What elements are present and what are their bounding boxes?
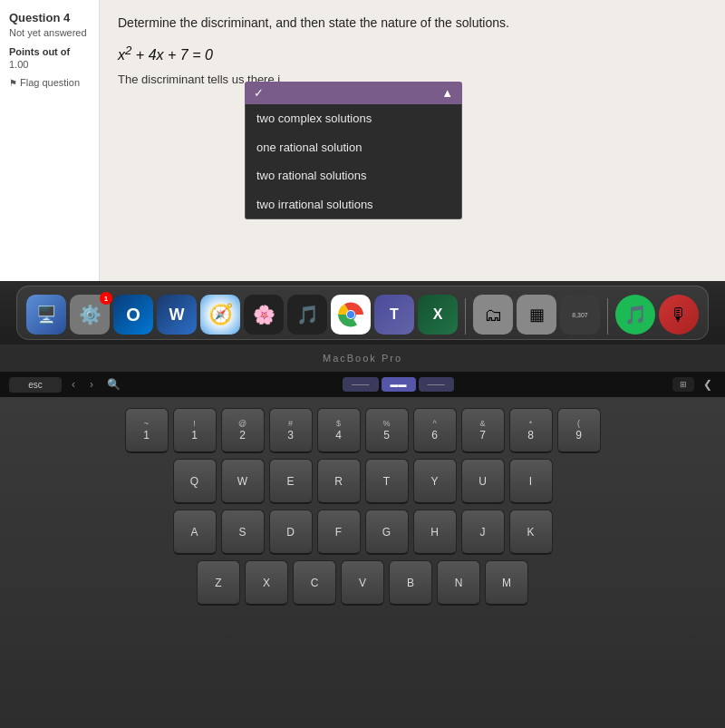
key-t[interactable]: T <box>365 459 409 504</box>
back-button[interactable]: ‹ <box>67 376 80 393</box>
forward-button[interactable]: › <box>85 376 98 393</box>
dropdown-selected[interactable]: ✓ ▲ <box>245 82 462 104</box>
keyboard: ~1 !1 @2 #3 $4 %5 ^6 &7 *8 (9 Q W E R T … <box>0 397 725 728</box>
dock-grid[interactable]: ▦ <box>517 295 556 335</box>
key-r[interactable]: R <box>317 459 361 504</box>
macbook-label-bar: MacBook Pro <box>0 345 725 372</box>
question-label: Question 4 <box>9 11 90 24</box>
key-percent[interactable]: %5 <box>365 408 409 453</box>
touch-pill-3[interactable]: ─── <box>419 377 454 392</box>
key-z[interactable]: Z <box>197 560 240 606</box>
key-n[interactable]: N <box>437 560 480 606</box>
counter-value: 8,307 <box>572 312 588 318</box>
key-d[interactable]: D <box>269 510 313 555</box>
touch-pill-2[interactable]: ▬▬ <box>382 377 416 392</box>
dock-spotify[interactable]: 🎵 <box>615 295 655 335</box>
key-asterisk[interactable]: *8 <box>509 408 553 453</box>
key-hash[interactable]: #3 <box>269 408 313 453</box>
touch-bar-controls: ─── ▬▬ ─── <box>343 377 453 392</box>
points-label: Points out of <box>9 46 90 57</box>
quiz-area: Question 4 Not yet answered Points out o… <box>0 0 725 281</box>
option-two-rational[interactable]: two rational solutions <box>246 161 461 190</box>
answer-dropdown[interactable]: ✓ ▲ two complex solutions one rational s… <box>245 82 462 219</box>
key-lparen[interactable]: (9 <box>557 408 601 453</box>
dock-outlook[interactable]: O <box>113 295 153 335</box>
number-row: ~1 !1 @2 #3 $4 %5 ^6 &7 *8 (9 <box>9 408 716 453</box>
key-dollar[interactable]: $4 <box>317 408 361 453</box>
system-prefs-badge: 1 <box>100 292 112 305</box>
key-i[interactable]: I <box>509 459 553 504</box>
key-e[interactable]: E <box>269 459 313 504</box>
search-icon[interactable]: 🔍 <box>103 376 124 393</box>
key-f[interactable]: F <box>317 510 361 555</box>
key-k[interactable]: K <box>509 510 553 555</box>
dock-excel[interactable]: X <box>418 295 458 335</box>
quiz-sidebar: Question 4 Not yet answered Points out o… <box>0 0 100 281</box>
key-g[interactable]: G <box>365 510 409 555</box>
question-status: Not yet answered <box>9 26 90 39</box>
dock: 🖥️ ⚙️ 1 O W 🧭 🌸 🎵 T <box>16 286 709 340</box>
key-at[interactable]: @2 <box>221 408 265 453</box>
key-h[interactable]: H <box>413 510 457 555</box>
macbook-label: MacBook Pro <box>323 353 402 364</box>
touch-bar-end-icon: ❮ <box>700 376 716 393</box>
quiz-main: Determine the discriminant, and then sta… <box>100 0 725 281</box>
flag-icon: ⚑ <box>9 78 17 88</box>
dropdown-arrow-icon: ▲ <box>441 86 453 100</box>
key-m[interactable]: M <box>485 560 528 606</box>
check-icon: ✓ <box>254 86 264 100</box>
key-y[interactable]: Y <box>413 459 457 504</box>
svg-point-3 <box>347 311 354 318</box>
dock-separator-2 <box>607 298 608 335</box>
asdf-row: A S D F G H J K <box>9 510 716 555</box>
key-v[interactable]: V <box>341 560 384 606</box>
dock-podcast[interactable]: 🎙 <box>659 295 699 335</box>
key-caret[interactable]: ^6 <box>413 408 457 453</box>
dock-word[interactable]: W <box>157 295 197 335</box>
screen: Question 4 Not yet answered Points out o… <box>0 0 725 281</box>
dock-teams[interactable]: T <box>374 295 414 335</box>
dock-photos[interactable]: 🌸 <box>244 295 284 335</box>
option-one-rational[interactable]: one rational solution <box>246 133 461 162</box>
key-j[interactable]: J <box>461 510 505 555</box>
dock-area: 🖥️ ⚙️ 1 O W 🧭 🌸 🎵 T <box>0 281 725 345</box>
dock-files[interactable]: 🗂 <box>473 295 513 335</box>
qwerty-row: Q W E R T Y U I <box>9 459 716 504</box>
touch-pill-1[interactable]: ─── <box>343 377 378 392</box>
key-b[interactable]: B <box>389 560 432 606</box>
flag-button[interactable]: ⚑ Flag question <box>9 77 90 88</box>
key-exclaim[interactable]: !1 <box>173 408 217 453</box>
option-two-irrational[interactable]: two irrational solutions <box>246 190 461 219</box>
key-a[interactable]: A <box>173 510 217 555</box>
key-x[interactable]: X <box>245 560 288 606</box>
dock-finder[interactable]: 🖥️ <box>26 295 66 335</box>
dock-chrome[interactable] <box>331 295 371 335</box>
question-title: Determine the discriminant, and then sta… <box>118 15 707 33</box>
flag-label: Flag question <box>20 77 80 88</box>
equation: x2 + 4x + 7 = 0 <box>118 44 707 63</box>
dropdown-options: two complex solutions one rational solut… <box>245 104 462 219</box>
key-u[interactable]: U <box>461 459 505 504</box>
dock-safari[interactable]: 🧭 <box>200 295 240 335</box>
option-two-complex[interactable]: two complex solutions <box>246 104 461 133</box>
key-ampersand[interactable]: &7 <box>461 408 505 453</box>
touch-bar-display: ⊞ <box>672 377 694 392</box>
key-tilde[interactable]: ~1 <box>125 408 169 453</box>
dock-separator <box>465 298 466 335</box>
key-s[interactable]: S <box>221 510 265 555</box>
touch-bar[interactable]: esc ‹ › 🔍 ─── ▬▬ ─── ⊞ ❮ <box>0 372 725 397</box>
dock-counter[interactable]: 8,307 <box>560 295 600 335</box>
key-q[interactable]: Q <box>173 459 217 504</box>
zxcv-row: Z X C V B N M <box>9 560 716 606</box>
key-w[interactable]: W <box>221 459 265 504</box>
dock-music[interactable]: 🎵 <box>287 295 327 335</box>
points-value: 1.00 <box>9 59 90 70</box>
dock-system-prefs[interactable]: ⚙️ 1 <box>70 295 110 335</box>
key-c[interactable]: C <box>293 560 336 606</box>
esc-key[interactable]: esc <box>9 377 62 393</box>
